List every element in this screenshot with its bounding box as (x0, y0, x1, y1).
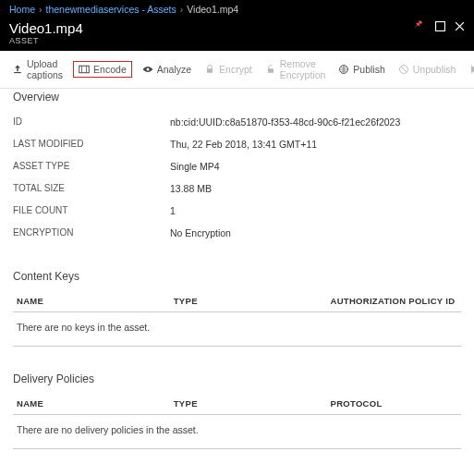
col-name: NAME (13, 290, 170, 312)
kv-key: ENCRYPTION (13, 227, 170, 238)
kv-key: ASSET TYPE (13, 161, 170, 172)
kv-val: No Encryption (170, 227, 231, 238)
breadcrumb: Home › thenewmediaservices - Assets › Vi… (0, 0, 474, 18)
content-keys-table: NAME TYPE AUTHORIZATION POLICY ID There … (13, 290, 461, 347)
chevron-right-icon: › (39, 4, 43, 15)
kv-key: FILE COUNT (13, 205, 170, 216)
col-type: TYPE (170, 393, 327, 415)
empty-msg: There are no delivery policies in the as… (13, 415, 461, 449)
chevron-right-icon: › (180, 4, 184, 15)
kv-key: ID (13, 116, 170, 128)
kv-key: LAST MODIFIED (13, 139, 170, 150)
page-subtitle: ASSET (9, 36, 415, 45)
delivery-title: Delivery Policies (13, 372, 461, 385)
close-icon[interactable] (455, 20, 465, 34)
col-type: TYPE (170, 290, 327, 312)
content-scroll[interactable]: Overview IDnb:cid:UUID:c8a51870-f353-48c… (0, 72, 474, 476)
pin-icon[interactable]: 📌 (415, 20, 426, 34)
kv-val: 1 (170, 205, 176, 216)
kv-val: Single MP4 (170, 161, 220, 172)
breadcrumb-service[interactable]: thenewmediaservices - Assets (46, 4, 176, 15)
maximize-icon[interactable] (435, 20, 445, 34)
overview-title: Overview (13, 91, 461, 104)
svg-text:📌: 📌 (415, 20, 423, 28)
kv-val: 13.88 MB (170, 183, 212, 194)
breadcrumb-current: Video1.mp4 (187, 4, 238, 15)
svg-rect-1 (436, 22, 445, 31)
content-keys-title: Content Keys (13, 270, 461, 283)
col-auth: AUTHORIZATION POLICY ID (327, 290, 462, 312)
kv-val: nb:cid:UUID:c8a51870-f353-48cd-90c6-f21e… (170, 116, 400, 128)
empty-msg: There are no keys in the asset. (13, 312, 461, 347)
kv-val: Thu, 22 Feb 2018, 13:41 GMT+11 (170, 139, 317, 150)
page-title: Video1.mp4 (9, 20, 415, 36)
delivery-table: NAME TYPE PROTOCOL There are no delivery… (13, 393, 461, 449)
col-protocol: PROTOCOL (327, 393, 462, 415)
kv-key: TOTAL SIZE (13, 183, 170, 194)
breadcrumb-home[interactable]: Home (9, 4, 35, 15)
col-name: NAME (13, 393, 170, 415)
